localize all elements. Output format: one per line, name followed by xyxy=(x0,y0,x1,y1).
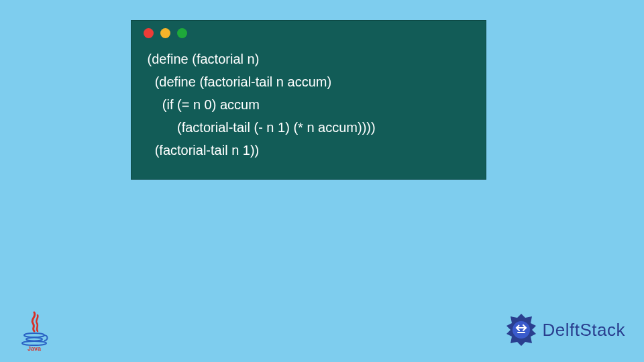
delftstack-logo: DelftStack xyxy=(504,312,626,347)
code-window: (define (factorial n) (define (factorial… xyxy=(131,20,486,180)
java-logo-text: Java xyxy=(28,345,42,351)
svg-point-0 xyxy=(24,333,44,337)
code-block: (define (factorial n) (define (factorial… xyxy=(131,45,486,167)
maximize-icon xyxy=(177,28,187,38)
delftstack-text: DelftStack xyxy=(543,320,626,341)
svg-point-1 xyxy=(26,338,42,341)
close-icon xyxy=(144,28,154,38)
minimize-icon xyxy=(160,28,170,38)
window-titlebar xyxy=(131,21,486,45)
java-logo-icon: Java xyxy=(20,311,48,351)
delftstack-icon xyxy=(504,312,539,347)
svg-point-3 xyxy=(513,321,530,339)
